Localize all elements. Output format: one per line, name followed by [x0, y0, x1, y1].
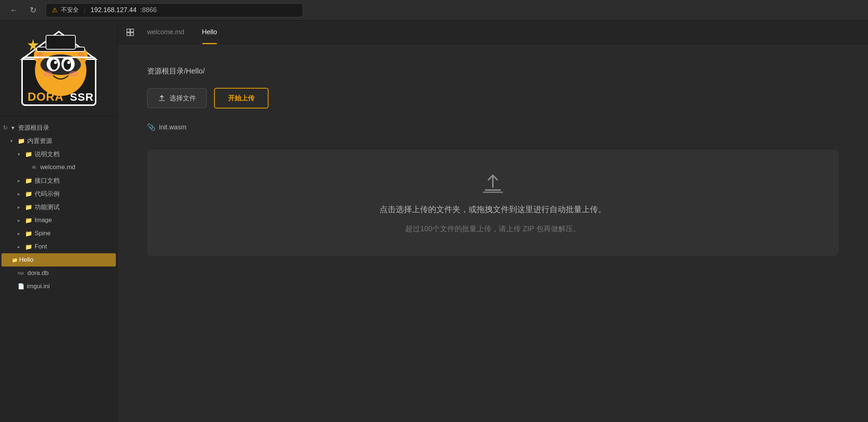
address-port: :8866	[140, 6, 157, 14]
path-display: 资源根目录/Hello/	[147, 66, 839, 76]
folder-icon: 📁	[25, 243, 32, 250]
address-main: 192.168.127.44	[90, 6, 136, 14]
chevron-right-icon: ▸	[18, 218, 23, 223]
folder-icon: 📁	[18, 137, 25, 144]
svg-rect-26	[131, 33, 134, 36]
tree-item-font[interactable]: ▸ 📁 Font	[0, 240, 117, 253]
svg-rect-25	[127, 33, 130, 36]
drop-zone-secondary-text: 超过100个文件的批量上传，请上传 ZIP 包再做解压。	[405, 224, 580, 234]
tree-label-image: Image	[35, 217, 52, 224]
svg-point-17	[69, 71, 78, 77]
browser-bar: ← ↻ ⚠ 不安全 | 192.168.127.44 :8866	[0, 0, 868, 21]
logo: DORA SSR	[18, 28, 99, 109]
drop-zone[interactable]: 点击选择上传的文件夹，或拖拽文件到这里进行自动批量上传。 超过100个文件的批量…	[147, 150, 839, 256]
tree-item-code[interactable]: ▸ 📁 代码示例	[0, 187, 117, 200]
content-area: welcome.md Hello 资源根目录/Hello/ 选择文件 开始上传	[118, 21, 868, 422]
tree-item-api[interactable]: ▸ 📁 接口文档	[0, 174, 117, 187]
app-layout: DORA SSR ↻ ▾ 资源根目录 ▾ 📁 内置资源	[0, 21, 868, 422]
chevron-right-icon: ▸	[18, 204, 23, 210]
folder-icon: 📁	[25, 151, 32, 158]
tree-label-hello: Hello	[19, 256, 33, 264]
tree-item-image[interactable]: ▸ 📁 Image	[0, 214, 117, 227]
folder-icon: 📁	[12, 257, 17, 263]
tab-bar: welcome.md Hello	[118, 21, 868, 44]
file-item-name: init.wasm	[159, 124, 186, 131]
tree-label-imgui-ini: imgui.ini	[27, 283, 50, 290]
security-warning-icon: ⚠	[52, 6, 57, 14]
tab-hello[interactable]: Hello	[195, 21, 224, 44]
svg-point-15	[67, 61, 70, 64]
svg-rect-23	[127, 29, 130, 32]
refresh-icon: ↻	[3, 124, 8, 131]
drop-zone-primary-text: 点击选择上传的文件夹，或拖拽文件到这里进行自动批量上传。	[380, 204, 606, 215]
folder-icon: 📁	[25, 177, 32, 184]
clip-icon: 📎	[147, 123, 155, 131]
sidebar: DORA SSR ↻ ▾ 资源根目录 ▾ 📁 内置资源	[0, 21, 118, 422]
upload-large-icon	[481, 172, 505, 195]
chevron-right-icon: ▸	[18, 191, 23, 197]
svg-point-16	[43, 71, 52, 77]
start-upload-button[interactable]: 开始上传	[214, 88, 268, 108]
tree-item-builtin[interactable]: ▾ 📁 内置资源	[0, 134, 117, 147]
tree-item-hello[interactable]: 📁 Hello	[1, 253, 116, 267]
chevron-down-icon: ▾	[18, 151, 23, 157]
tree-label-font: Font	[35, 243, 47, 250]
chevron-right-icon: ▸	[18, 178, 23, 183]
upload-icon	[158, 94, 166, 102]
svg-point-12	[50, 60, 58, 70]
tree-item-dora-db[interactable]: ▸ SQL dora.db	[0, 267, 117, 280]
svg-text:DORA: DORA	[28, 90, 64, 103]
chevron-right-icon: ▸	[18, 231, 23, 236]
tab-hello-label: Hello	[202, 28, 217, 36]
folder-icon: 📁	[25, 204, 32, 211]
tree-item-welcome[interactable]: ▸ M↓ welcome.md	[0, 161, 117, 174]
tree-label-builtin: 内置资源	[27, 137, 52, 145]
main-content: 资源根目录/Hello/ 选择文件 开始上传 📎 init.wasm	[118, 44, 868, 422]
select-file-label: 选择文件	[170, 94, 196, 103]
security-text: 不安全	[61, 6, 79, 14]
tree-item-functest[interactable]: ▸ 📁 功能测试	[0, 200, 117, 214]
expand-button[interactable]	[124, 26, 137, 39]
chevron-down-icon: ▾	[10, 138, 15, 144]
folder-icon: 📁	[25, 190, 32, 197]
svg-point-13	[64, 60, 71, 70]
tree-item-spine[interactable]: ▸ 📁 Spine	[0, 227, 117, 240]
file-item: 📎 init.wasm	[147, 120, 839, 134]
file-icon: 📄	[18, 283, 25, 290]
svg-rect-24	[131, 29, 134, 32]
tab-welcome-label: welcome.md	[147, 28, 184, 36]
file-tree: ↻ ▾ 资源根目录 ▾ 📁 内置资源 ▾ 📁 说明文档 ▸ M↓ welcome…	[0, 117, 117, 422]
md-badge: M↓	[32, 165, 37, 169]
folder-icon: 📁	[25, 230, 32, 237]
tree-label-welcome: welcome.md	[40, 164, 75, 171]
tree-label-docs: 说明文档	[35, 150, 60, 158]
tree-label-functest: 功能测试	[35, 203, 60, 211]
refresh-button[interactable]: ↻	[26, 4, 40, 17]
start-upload-label: 开始上传	[228, 94, 255, 102]
svg-rect-19	[46, 35, 75, 49]
back-button[interactable]: ←	[7, 4, 21, 17]
tree-item-root[interactable]: ↻ ▾ 资源根目录	[0, 121, 117, 134]
address-bar[interactable]: ⚠ 不安全 | 192.168.127.44 :8866	[46, 3, 303, 17]
svg-text:SSR: SSR	[70, 91, 94, 103]
chevron-right-icon: ▸	[18, 244, 23, 250]
logo-area: DORA SSR	[0, 21, 117, 117]
tree-label-code: 代码示例	[35, 190, 60, 198]
tree-item-docs[interactable]: ▾ 📁 说明文档	[0, 147, 117, 161]
tree-label-spine: Spine	[35, 230, 50, 237]
sql-badge: SQL	[18, 271, 25, 275]
folder-icon: 📁	[25, 217, 32, 224]
tree-label-root: 资源根目录	[18, 124, 49, 132]
svg-rect-27	[159, 100, 165, 101]
tree-label-dora-db: dora.db	[28, 269, 49, 277]
select-file-button[interactable]: 选择文件	[147, 88, 207, 108]
tree-label-api: 接口文档	[35, 176, 60, 185]
folder-icon: ▾	[11, 124, 14, 131]
tree-item-imgui-ini[interactable]: ▸ 📄 imgui.ini	[0, 280, 117, 293]
svg-point-14	[54, 61, 57, 64]
upload-controls: 选择文件 开始上传	[147, 88, 839, 108]
tab-welcome[interactable]: welcome.md	[140, 21, 192, 44]
